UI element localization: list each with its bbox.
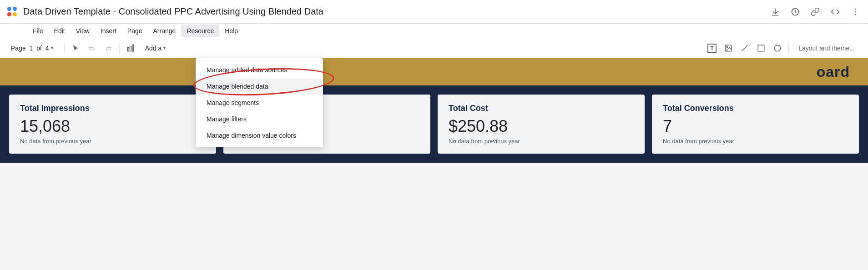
toolbar-separator-1 (64, 43, 65, 54)
rectangle-tool-button[interactable] (754, 41, 768, 55)
text-tool-button[interactable]: T (705, 41, 719, 55)
dropdown-manage-segments[interactable]: Manage segments (196, 95, 323, 111)
metric-value-conversions: 7 (663, 117, 848, 136)
svg-rect-10 (758, 45, 764, 51)
layout-theme-button[interactable]: Layout and theme... (792, 42, 861, 54)
dashboard-area: oard Total Impressions 15,068 No data fr… (0, 58, 868, 163)
svg-rect-5 (130, 46, 131, 51)
metric-value-impressions: 15,068 (20, 117, 205, 136)
menu-bar: File Edit View Insert Page Arrange Resou… (0, 24, 868, 38)
menu-edit[interactable]: Edit (49, 25, 71, 37)
add-chart-button[interactable]: Add a ▾ (140, 43, 172, 54)
menu-view[interactable]: View (71, 25, 95, 37)
document-title: Data Driven Template - Consolidated PPC … (23, 6, 770, 17)
svg-rect-4 (127, 47, 129, 51)
link-icon[interactable] (810, 6, 821, 17)
menu-help[interactable]: Help (219, 25, 243, 37)
toolbar: Page 1 of 4 ▾ Add a ▾ T (0, 38, 868, 58)
metric-title-conversions: Total Conversions (663, 104, 848, 113)
toolbar-right: T Layout and theme... (705, 41, 861, 55)
logo-dot-yellow (13, 12, 17, 16)
redo-button[interactable] (101, 41, 116, 55)
add-chart-label: Add a (145, 45, 162, 52)
undo-button[interactable] (85, 41, 99, 55)
dashboard-inner: oard Total Impressions 15,068 No data fr… (0, 58, 868, 163)
toolbar-separator-2 (119, 43, 120, 54)
gold-header-bar: oard (0, 58, 868, 85)
menu-insert[interactable]: Insert (95, 25, 122, 37)
metric-card-cost: Total Cost $250.88 No data from previous… (438, 95, 645, 154)
embed-icon[interactable] (830, 6, 841, 17)
line-tool-button[interactable] (737, 41, 752, 55)
dropdown-manage-added-sources[interactable]: Manage added data sources (196, 62, 323, 78)
dropdown-manage-filters[interactable]: Manage filters (196, 111, 323, 127)
cursor-tool-button[interactable] (68, 41, 83, 55)
page-num: 1 (30, 45, 33, 52)
page-total: 4 (45, 45, 49, 52)
menu-resource[interactable]: Resource (181, 25, 219, 37)
text-icon: T (707, 44, 717, 53)
page-label: Page (11, 45, 28, 52)
menu-file[interactable]: File (27, 25, 49, 37)
menu-arrange[interactable]: Arrange (148, 25, 182, 37)
svg-line-9 (742, 45, 748, 51)
metric-card-conversions: Total Conversions 7 No data from previou… (652, 95, 859, 154)
logo-dot-red (7, 12, 11, 16)
dropdown-manage-blended-data[interactable]: Manage blended data (196, 78, 323, 95)
svg-point-3 (855, 14, 856, 15)
menu-page[interactable]: Page (122, 25, 148, 37)
svg-rect-6 (132, 45, 133, 51)
metric-subtitle-conversions: No data from previous year (663, 138, 848, 145)
more-icon[interactable] (850, 6, 861, 17)
svg-point-8 (727, 46, 727, 47)
metric-title-impressions: Total Impressions (20, 104, 205, 113)
svg-point-1 (855, 8, 856, 10)
circle-tool-button[interactable] (770, 41, 785, 55)
metric-subtitle-impressions: No data from previous year (20, 138, 205, 145)
of-label: of (35, 45, 43, 52)
logo-dot-blue (7, 7, 11, 11)
history-icon[interactable] (790, 6, 801, 17)
toolbar-separator-3 (788, 43, 789, 54)
dashboard-title-text: oard (817, 64, 850, 80)
title-bar: Data Driven Template - Consolidated PPC … (0, 0, 868, 24)
image-tool-button[interactable] (721, 41, 736, 55)
metric-card-impressions: Total Impressions 15,068 No data from pr… (9, 95, 216, 154)
page-dropdown-chevron: ▾ (51, 45, 53, 50)
dashboard-title-partial: oard (0, 58, 868, 85)
download-icon[interactable] (770, 6, 781, 17)
metric-subtitle-cost: No data from previous year (449, 138, 634, 145)
page-indicator[interactable]: Page 1 of 4 ▾ (7, 43, 57, 54)
title-actions (770, 6, 861, 17)
svg-point-2 (855, 11, 856, 12)
resource-dropdown: Manage added data sources Manage blended… (196, 58, 323, 147)
logo-dot-blue2 (13, 7, 17, 11)
metric-title-cost: Total Cost (449, 104, 634, 113)
add-chart-chevron: ▾ (163, 45, 166, 50)
app-logo[interactable] (7, 7, 17, 16)
svg-point-11 (774, 45, 781, 51)
metric-cards-row: Total Impressions 15,068 No data from pr… (0, 85, 868, 163)
metric-value-cost: $250.88 (449, 117, 634, 136)
chart-icon[interactable] (123, 41, 138, 55)
dropdown-manage-dimension-colors[interactable]: Manage dimension value colors (196, 127, 323, 144)
